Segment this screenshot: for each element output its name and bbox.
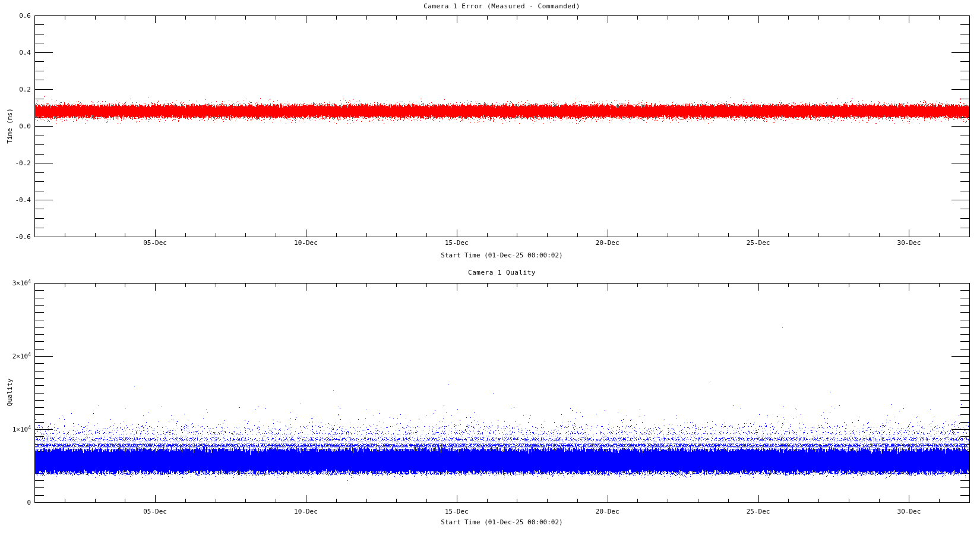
- scatter-plots-canvas: [0, 0, 980, 535]
- idl-timeseries-plot-page: Camera 1 Error (Measured - Commanded) Ti…: [0, 0, 980, 535]
